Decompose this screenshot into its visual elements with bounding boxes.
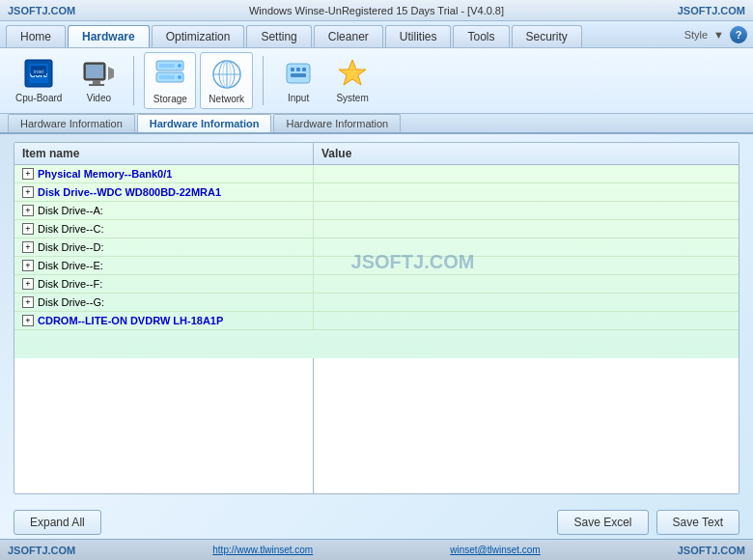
toolbar-storage[interactable]: Storage <box>144 52 196 109</box>
svg-rect-25 <box>291 73 306 77</box>
svg-rect-14 <box>159 64 175 68</box>
subtab-hw-info-1[interactable]: Hardware Information <box>8 114 135 132</box>
tab-cleaner[interactable]: Cleaner <box>314 25 383 47</box>
row-item-name: +Disk Drive--D: <box>14 238 314 256</box>
svg-rect-6 <box>86 65 103 78</box>
tab-utilities[interactable]: Utilities <box>385 25 452 47</box>
row-item-name: +CDROM--LITE-ON DVDRW LH-18A1P <box>14 312 314 329</box>
table-row: +CDROM--LITE-ON DVDRW LH-18A1P <box>14 312 739 330</box>
toolbar-cpu-board[interactable]: Core intel Cpu-Board <box>8 52 70 109</box>
row-value-cell <box>314 318 739 323</box>
bottom-url-right[interactable]: winset@tlwinset.com <box>450 545 541 555</box>
svg-point-13 <box>178 75 181 79</box>
row-value-cell <box>314 244 739 250</box>
cpu-board-icon: Core intel <box>21 56 56 91</box>
svg-rect-24 <box>302 68 306 71</box>
row-name-label: CDROM--LITE-ON DVDRW LH-18A1P <box>38 315 223 326</box>
svg-rect-22 <box>291 68 294 71</box>
table-row: +Disk Drive--D: <box>14 238 739 257</box>
subtab-hw-info-2[interactable]: Hardware Information <box>137 114 272 132</box>
svg-rect-8 <box>93 80 100 84</box>
toolbar-video[interactable]: Video <box>73 52 124 109</box>
table-row: +Physical Memory--Bank0/1 <box>14 165 739 183</box>
row-value-cell <box>314 226 739 232</box>
svg-text:intel: intel <box>34 69 44 74</box>
tab-setting[interactable]: Setting <box>246 25 311 47</box>
expand-icon[interactable]: + <box>22 315 34 326</box>
toolbar-sep-1 <box>133 56 134 105</box>
toolbar-network[interactable]: Network <box>200 52 253 109</box>
cpu-board-label: Cpu-Board <box>15 93 62 103</box>
tab-home[interactable]: Home <box>6 25 66 47</box>
tab-tools[interactable]: Tools <box>453 25 509 47</box>
network-icon <box>209 57 244 92</box>
row-value-cell <box>314 208 739 213</box>
subtab-hw-info-3[interactable]: Hardware Information <box>273 114 401 132</box>
tab-hardware[interactable]: Hardware <box>68 25 150 47</box>
toolbar-input[interactable]: Input <box>273 52 323 109</box>
row-name-label: Disk Drive--F: <box>38 278 102 290</box>
table-row: +Disk Drive--F: <box>14 275 739 294</box>
col-value-header: Value <box>314 143 739 164</box>
bottom-logo-left: JSOFTJ.COM <box>8 545 75 556</box>
expand-icon[interactable]: + <box>22 205 34 216</box>
table-row: +Disk Drive--E: <box>14 257 739 275</box>
row-item-name: +Disk Drive--WDC WD800BD-22MRA1 <box>14 183 314 201</box>
expand-icon[interactable]: + <box>22 168 34 180</box>
storage-icon <box>153 57 187 92</box>
app-title: Windows Winse-UnRegistered 15 Days Trial… <box>249 5 504 16</box>
expand-icon[interactable]: + <box>22 223 34 235</box>
expand-all-button[interactable]: Expand All <box>14 510 101 535</box>
table-row: +Disk Drive--A: <box>14 202 739 220</box>
svg-marker-26 <box>339 60 366 85</box>
bottom-bar: JSOFTJ.COM http://www.tlwinset.com winse… <box>0 539 753 560</box>
row-name-label: Disk Drive--E: <box>38 260 103 271</box>
video-icon <box>81 56 116 91</box>
table-body-wrapper: +Physical Memory--Bank0/1+Disk Drive--WD… <box>14 165 739 358</box>
expand-icon[interactable]: + <box>22 278 34 290</box>
nav-right: Style ▼ ? <box>684 26 747 47</box>
expand-icon[interactable]: + <box>22 260 34 271</box>
lower-section <box>14 358 739 493</box>
row-value-cell <box>314 299 739 305</box>
table-body: +Physical Memory--Bank0/1+Disk Drive--WD… <box>14 165 739 358</box>
svg-marker-7 <box>108 67 114 80</box>
content-area: Item name Value +Physical Memory--Bank0/… <box>14 142 739 494</box>
expand-icon[interactable]: + <box>22 296 34 308</box>
bottom-url-left[interactable]: http://www.tlwinset.com <box>212 545 313 555</box>
top-bar: JSOFTJ.COM Windows Winse-UnRegistered 15… <box>0 0 753 21</box>
row-item-name: +Disk Drive--G: <box>14 294 314 311</box>
row-item-name: +Disk Drive--E: <box>14 257 314 274</box>
row-value-cell <box>314 263 739 268</box>
col-item-name-header: Item name <box>14 143 314 164</box>
svg-point-12 <box>178 64 181 68</box>
storage-label: Storage <box>153 94 187 104</box>
dropdown-arrow-icon[interactable]: ▼ <box>713 29 724 41</box>
row-item-name: +Disk Drive--C: <box>14 220 314 238</box>
style-label: Style <box>684 29 708 41</box>
toolbar: Core intel Cpu-Board Video <box>0 48 753 114</box>
toolbar-system[interactable]: System <box>327 52 377 109</box>
row-value-cell <box>314 281 739 287</box>
save-text-button[interactable]: Save Text <box>656 510 739 535</box>
save-excel-button[interactable]: Save Excel <box>557 510 648 535</box>
tab-optimization[interactable]: Optimization <box>152 25 245 47</box>
table-row: +Disk Drive--C: <box>14 220 739 238</box>
table-row: +Disk Drive--G: <box>14 294 739 312</box>
content-wrapper: Item name Value +Physical Memory--Bank0/… <box>6 142 747 543</box>
row-name-label: Disk Drive--C: <box>38 223 103 235</box>
row-item-name: +Disk Drive--F: <box>14 275 314 293</box>
row-value-cell <box>314 171 739 177</box>
row-item-name: +Physical Memory--Bank0/1 <box>14 165 314 182</box>
tab-security[interactable]: Security <box>512 25 582 47</box>
lower-right-panel <box>314 358 739 493</box>
video-label: Video <box>87 93 111 103</box>
table-row: +Disk Drive--WDC WD800BD-22MRA1 <box>14 183 739 202</box>
help-button[interactable]: ? <box>730 26 747 43</box>
sub-tabs: Hardware Information Hardware Informatio… <box>0 114 753 134</box>
input-icon <box>281 56 316 91</box>
row-name-label: Disk Drive--WDC WD800BD-22MRA1 <box>38 186 221 198</box>
expand-icon[interactable]: + <box>22 241 34 253</box>
network-label: Network <box>209 94 244 104</box>
expand-icon[interactable]: + <box>22 186 34 198</box>
